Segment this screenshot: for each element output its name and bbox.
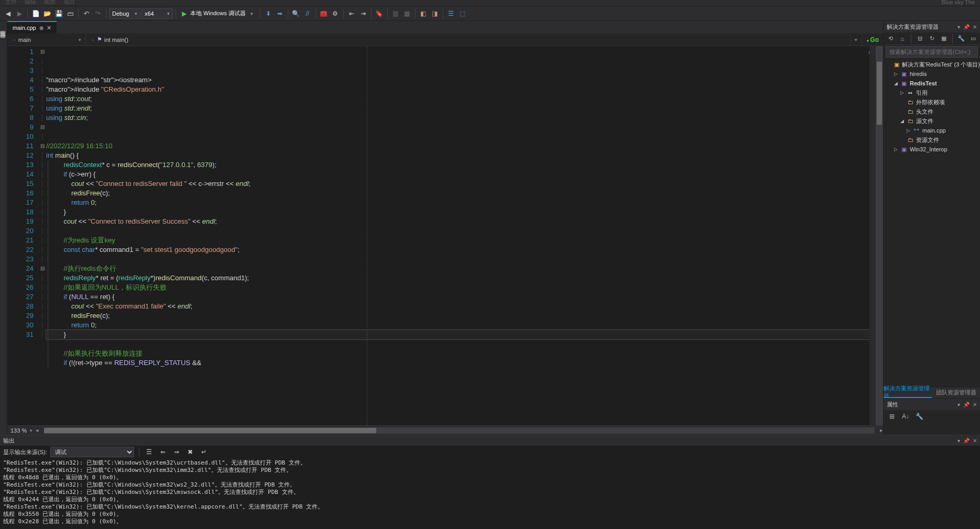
output-header: 输出 ▾📌✕ — [0, 435, 980, 446]
resources-node[interactable]: 🗀资源文件 — [884, 135, 980, 145]
platform-dropdown[interactable]: x64▾ — [141, 8, 173, 19]
horizontal-scrollbar[interactable] — [44, 427, 875, 434]
nav-scope-dropdown[interactable]: → main ▾ — [7, 34, 86, 46]
save-icon[interactable]: 💾 — [53, 8, 64, 19]
categorized-icon[interactable]: ⊞ — [887, 411, 897, 422]
home-icon[interactable]: ⟲ — [886, 34, 896, 44]
sources-node[interactable]: ◢🗀源文件 — [884, 116, 980, 126]
file-tab-label: main.cpp — [13, 25, 36, 31]
new-project-icon[interactable]: 📄 — [30, 8, 41, 19]
code-editor[interactable]: 1234567891011121314151617181920212223242… — [7, 46, 883, 425]
main-cpp-node[interactable]: ▷⁺⁺main.cpp — [884, 126, 980, 135]
misc3-icon[interactable]: ◧ — [418, 8, 429, 19]
zoom-arrow-icon[interactable]: ▾ — [30, 428, 32, 433]
panel-close-icon[interactable]: ✕ — [973, 402, 977, 407]
indent-right-icon[interactable]: ⇥ — [358, 8, 368, 19]
tab-solution-explorer[interactable]: 解决方案资源管理器 — [884, 387, 932, 398]
step-into-icon[interactable]: ⬇ — [263, 8, 274, 19]
out-wrap-icon[interactable]: ↵ — [199, 447, 209, 457]
panel-dropdown-icon[interactable]: ▾ — [957, 24, 960, 30]
nav-back-icon[interactable]: ◀ — [3, 8, 13, 19]
headers-node[interactable]: 🗀头文件 — [884, 107, 980, 116]
properties-icon[interactable]: 🔧 — [956, 34, 966, 44]
left-tool-strip[interactable]: 数据源 服务器 — [0, 21, 7, 435]
bookmark-icon[interactable]: 🔖 — [374, 8, 385, 19]
properties-toolbar: ⊞ A↓ 🔧 — [884, 410, 980, 423]
comment-icon[interactable]: // — [302, 8, 313, 19]
misc2-icon[interactable]: ▦ — [402, 8, 412, 19]
pin-icon[interactable]: 📌 — [963, 402, 970, 407]
minimap[interactable] — [869, 46, 876, 425]
debug-target-label[interactable]: 本地 Windows 调试器 — [190, 9, 246, 17]
solution-explorer-toolbar: ⟲ ⌂ ⊟ ↻ ▦ 🔧 ▭ — [884, 32, 980, 45]
save-all-icon[interactable]: 🗃 — [65, 8, 75, 19]
misc4-icon[interactable]: ◨ — [430, 8, 440, 19]
output-content[interactable]: "RedisTest.exe"(Win32): 已加载"C:\Windows\S… — [0, 458, 980, 529]
output-toolbar: 显示输出来源(S): 调试 ☰ ⇐ ⇒ ✖ ↵ — [0, 446, 980, 458]
collapse-icon[interactable]: ⊟ — [915, 34, 925, 44]
preview-icon[interactable]: ▭ — [968, 34, 978, 44]
editor-status-bar: 133 % ▾ ◂ ▸ — [7, 425, 883, 435]
line-number-gutter: 1234567891011121314151617181920212223242… — [7, 46, 39, 425]
pin-icon[interactable]: 📌 — [963, 24, 970, 30]
undo-icon[interactable]: ↶ — [81, 8, 92, 19]
pin-icon[interactable]: 📌 — [963, 438, 970, 444]
debug-target-arrow-icon[interactable]: ▾ — [247, 8, 257, 19]
solution-explorer-header: 解决方案资源管理器 ▾📌✕ — [884, 21, 980, 32]
solution-tree[interactable]: ▣解决方案'RedisTest' (3 个项目) ▷▣hiredis ◢▣Red… — [884, 59, 980, 387]
home2-icon[interactable]: ⌂ — [898, 34, 908, 44]
zoom-level[interactable]: 133 % — [10, 427, 27, 434]
code-navigation-bar: → main ▾ → ⚑ int main() ▾ Go — [7, 34, 883, 46]
project-redistest[interactable]: ◢▣RedisTest — [884, 79, 980, 88]
panel-dropdown-icon[interactable]: ▾ — [957, 438, 960, 444]
pin-icon[interactable]: ⊕ — [39, 25, 43, 31]
redo-icon[interactable]: ↷ — [93, 8, 103, 19]
project-hiredis[interactable]: ▷▣hiredis — [884, 69, 980, 79]
file-tab-bar: main.cpp ⊕ ✕ — [7, 21, 883, 34]
panel-dropdown-icon[interactable]: ▾ — [957, 402, 960, 407]
out-clear-icon[interactable]: ✖ — [185, 447, 195, 457]
show-all-icon[interactable]: ▦ — [939, 34, 949, 44]
properties-header: 属性 ▾📌✕ — [884, 399, 980, 410]
toolbox-icon[interactable]: 🧰 — [319, 8, 329, 19]
fold-gutter[interactable]: ⊟│││││││⊟│⊟││││││││││││⊟│││││││ — [39, 46, 46, 425]
main-menu-bar[interactable]: 文件编辑视图项目 — [0, 0, 980, 6]
main-toolbar: ◀ ▶ 📄 📂 💾 🗃 ↶ ↷ Debug▾ x64▾ ▶ 本地 Windows… — [0, 6, 980, 21]
solution-node[interactable]: ▣解决方案'RedisTest' (3 个项目) — [884, 60, 980, 69]
nav-forward-icon[interactable]: ▶ — [14, 8, 25, 19]
panel-close-icon[interactable]: ✕ — [973, 24, 977, 30]
external-deps-node[interactable]: 🗀外部依赖项 — [884, 97, 980, 107]
props-wrench-icon[interactable]: 🔧 — [914, 411, 924, 422]
window-title-suffix: Blue sky The — [942, 0, 975, 5]
open-icon[interactable]: 📂 — [42, 8, 52, 19]
nav-member-dropdown[interactable]: → ⚑ int main() — [86, 34, 851, 46]
config-dropdown[interactable]: Debug▾ — [109, 8, 140, 19]
close-icon[interactable]: ✕ — [47, 25, 51, 31]
sync-icon[interactable]: ↻ — [927, 34, 937, 44]
nav-right-dropdown[interactable]: ▾ — [851, 34, 862, 46]
step-over-icon[interactable]: ➡ — [275, 8, 285, 19]
indent-left-icon[interactable]: ⇤ — [346, 8, 357, 19]
out-next-icon[interactable]: ⇒ — [171, 447, 182, 457]
panel-close-icon[interactable]: ✕ — [973, 438, 977, 444]
code-content[interactable]: "macro">#include "str"><iostream>"macro"… — [46, 46, 883, 425]
alphabetical-icon[interactable]: A↓ — [900, 411, 911, 422]
hscroll-left-icon[interactable]: ◂ — [36, 427, 39, 434]
solution-search-input[interactable] — [886, 46, 978, 58]
references-node[interactable]: ▷▪▪引用 — [884, 88, 980, 97]
find-icon[interactable]: 🔍 — [291, 8, 301, 19]
misc1-icon[interactable]: ▥ — [390, 8, 401, 19]
tab-team-explorer[interactable]: 团队资源管理器 — [932, 387, 980, 398]
output-source-label: 显示输出来源(S): — [3, 448, 47, 456]
toolbox2-icon[interactable]: ⚙ — [330, 8, 341, 19]
start-debug-icon[interactable]: ▶ — [179, 8, 189, 19]
file-tab-main-cpp[interactable]: main.cpp ⊕ ✕ — [7, 21, 57, 34]
out-prev-icon[interactable]: ⇐ — [158, 447, 168, 457]
vertical-scrollbar[interactable] — [876, 46, 883, 425]
output-source-dropdown[interactable]: 调试 — [50, 447, 134, 457]
misc5-icon[interactable]: ☰ — [446, 8, 456, 19]
out-find-icon[interactable]: ☰ — [144, 447, 155, 457]
go-button[interactable]: Go — [862, 36, 883, 43]
misc6-icon[interactable]: ⬚ — [458, 8, 468, 19]
project-win32[interactable]: ▷▣Win32_Interop — [884, 145, 980, 154]
